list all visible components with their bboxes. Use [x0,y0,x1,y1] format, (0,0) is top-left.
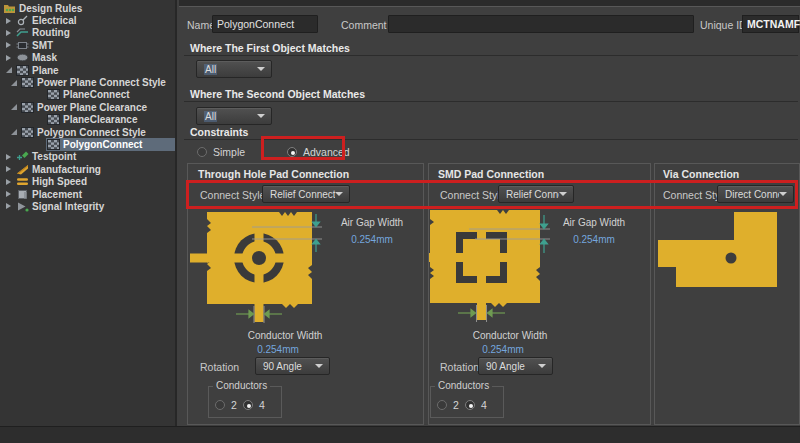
bottom-strip [0,426,800,443]
routing-icon [16,27,29,38]
panel-title: Through Hole Pad Connection [198,168,349,180]
tree-item-manufacturing[interactable]: Manufacturing [0,163,175,175]
advanced-mode-radio[interactable]: Advanced [287,146,350,158]
conductor-width-value: 0.254mm [453,344,553,355]
tree-item-polygon-connect-style[interactable]: Polygon Connect Style [0,126,175,138]
radio-label: 2 [231,399,237,411]
tree-item-power-plane-clearance[interactable]: Power Plane Clearance [0,101,175,113]
smd-rotation-dropdown[interactable]: 90 Angle [478,357,553,375]
section-title: Where The First Object Matches [190,42,350,54]
conductors-label: Conductors [435,380,492,391]
first-match-scope-dropdown[interactable]: All [196,60,272,78]
collapse-arrow-icon[interactable] [6,67,15,73]
tree-item-power-plane-connect-style[interactable]: Power Plane Connect Style [0,76,175,88]
connect-style-label: Connect Style [200,189,265,201]
tree-item-testpoint[interactable]: Testpoint [0,151,175,163]
air-gap-label: Air Gap Width [330,217,414,228]
expand-arrow-icon[interactable] [6,191,15,197]
second-match-section-header: Where The Second Object Matches [184,86,798,102]
chevron-down-icon [559,192,567,196]
tree-item-label: PlaneConnect [63,89,130,100]
expand-arrow-icon[interactable] [6,42,15,48]
via-direct-connect-diagram [654,205,800,293]
tree-item-label: Polygon Connect Style [37,127,146,138]
tree-item-routing[interactable]: Routing [0,27,175,39]
smd-conductors-4-radio[interactable]: 4 [465,399,487,411]
rule-icon [47,89,60,100]
tree-item-high-speed[interactable]: High Speed [0,175,175,187]
chevron-down-icon [335,192,343,196]
via-connect-style-dropdown[interactable]: Direct Connect [717,185,794,203]
dropdown-value: All [204,111,217,122]
smt-icon [16,40,29,51]
smd-conductors-2-radio[interactable]: 2 [437,399,459,411]
tree-item-label: Placement [32,189,82,200]
tree-item-signal-integrity[interactable]: Signal Integrity [0,200,175,212]
radio-label: 4 [259,399,265,411]
name-input[interactable] [212,15,318,33]
expand-arrow-icon[interactable] [6,166,15,172]
tree-item-label: PolygonConnect [63,139,142,150]
rule-icon [47,114,60,125]
tree-item-design-rules[interactable]: Design Rules [0,2,175,14]
comment-label: Comment [341,19,387,31]
expand-arrow-icon[interactable] [6,55,15,61]
conductor-width-label: Conductor Width [460,330,560,341]
tree-item-smt[interactable]: SMT [0,39,175,51]
through-hole-rotation-dropdown[interactable]: 90 Angle [255,357,330,375]
expand-arrow-icon[interactable] [6,203,15,209]
section-title: Where The Second Object Matches [190,88,365,100]
radio-label: Advanced [303,146,350,158]
unique-id-value: MCTNAMFK [742,15,799,33]
through-hole-connect-style-dropdown[interactable]: Relief Connect [262,185,350,203]
radio-icon [215,400,225,410]
expand-arrow-icon[interactable] [6,154,15,160]
chevron-down-icon [779,192,787,196]
placement-icon [16,189,29,200]
conductor-width-value: 0.254mm [228,344,328,355]
through-hole-conductors-2-radio[interactable]: 2 [215,399,237,411]
tree-item-label: Power Plane Clearance [37,102,147,113]
rule-type-icon [21,77,34,88]
comment-input[interactable] [388,15,694,33]
second-match-scope-dropdown[interactable]: All [196,107,272,125]
plane-rule-icon [16,65,29,76]
tree-item-placement[interactable]: Placement [0,188,175,200]
smd-connect-style-dropdown[interactable]: Relief Connect [498,185,574,203]
tree-item-plane[interactable]: Plane [0,64,175,76]
tree-item-label: PlaneClearance [63,114,138,125]
tree-item-planeclearance[interactable]: PlaneClearance [0,114,175,126]
tree-item-label: Design Rules [19,3,82,14]
collapse-arrow-icon[interactable] [11,104,20,110]
radio-icon [437,400,447,410]
expand-arrow-icon[interactable] [6,18,15,24]
section-title: Constraints [190,126,248,138]
air-gap-value: 0.254mm [550,234,638,245]
through-hole-conductors-4-radio[interactable]: 4 [243,399,265,411]
simple-mode-radio[interactable]: Simple [197,146,245,158]
tree-item-planeconnect[interactable]: PlaneConnect [0,89,175,101]
expand-arrow-icon[interactable] [6,179,15,185]
collapse-arrow-icon[interactable] [11,129,20,135]
electrical-icon [16,15,29,26]
chevron-down-icon [257,114,265,118]
tree-item-label: High Speed [32,176,87,187]
rotation-label: Rotation [440,361,479,373]
signal-integrity-icon [16,201,29,212]
tree-item-label: Routing [32,27,70,38]
expand-arrow-icon[interactable] [6,30,15,36]
tree-item-label: Manufacturing [32,164,101,175]
panel-title: SMD Pad Connection [438,168,544,180]
design-rules-tree: Design Rules Electrical Routing SMT Mask… [0,0,177,426]
design-rules-folder-icon [3,3,16,14]
rule-icon [47,139,60,150]
tree-item-mask[interactable]: Mask [0,52,175,64]
tree-item-electrical[interactable]: Electrical [0,14,175,26]
rotation-label: Rotation [200,361,239,373]
unique-id-label: Unique ID [700,19,747,31]
connect-style-label: Connect Style [440,189,505,201]
tree-item-polygonconnect-selected[interactable]: PolygonConnect [0,138,175,150]
collapse-arrow-icon[interactable] [11,80,20,86]
tree-item-label: Power Plane Connect Style [37,77,166,88]
dropdown-value: Relief Connect [499,189,559,200]
